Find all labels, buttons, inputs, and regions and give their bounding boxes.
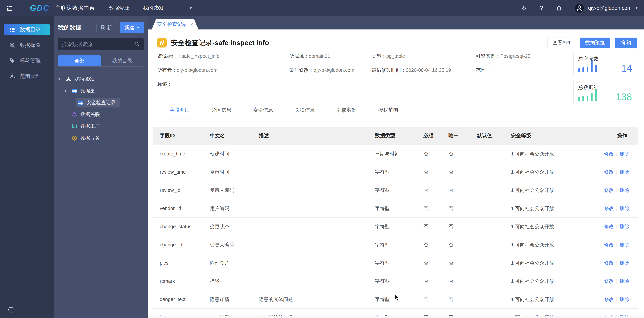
edit-button[interactable]: 编 辑: [615, 38, 637, 48]
delete-field-link[interactable]: 删除: [620, 278, 630, 284]
view-api-button[interactable]: 查看API: [547, 38, 576, 48]
scrollbar-track[interactable]: [148, 316, 644, 318]
bug-report-icon[interactable]: [520, 4, 528, 12]
cell-cn-name: 创建时间: [210, 150, 258, 157]
sidebar-item-catalog[interactable]: 数据目录: [4, 24, 50, 35]
edit-field-link[interactable]: 修改: [604, 188, 614, 193]
search-icon[interactable]: [134, 41, 140, 48]
tab-分区信息[interactable]: 分区信息: [208, 107, 234, 119]
cell-data-type: 字符型: [375, 242, 423, 248]
table-header-cell: 默认值: [476, 132, 511, 139]
toggle-all[interactable]: 全部: [58, 55, 101, 66]
cell-unique: 否: [448, 205, 476, 212]
table-row: review_id 复审人编码 字符型 否 否 1 可向社会公众开放 修改|删除: [153, 181, 638, 199]
delete-field-link[interactable]: 删除: [620, 188, 630, 193]
cell-cn-name: 复审时间: [210, 169, 258, 176]
meta-field: 最后修改：qiy-b@glodon.com: [289, 67, 372, 73]
cell-unique: 否: [448, 278, 476, 285]
user-email[interactable]: qiy-b@glodon.com: [588, 5, 632, 11]
table-header-cell: 中文名: [210, 132, 258, 139]
cell-security-level: 1 可向社会公众开放: [511, 242, 604, 248]
edit-field-link[interactable]: 修改: [604, 206, 614, 211]
table-row: remark 描述 字符型 否 否 1 可向社会公众开放 修改|删除: [153, 272, 638, 290]
cell-security-level: 1 可向社会公众开放: [511, 150, 604, 157]
edit-field-link[interactable]: 修改: [604, 242, 614, 247]
delete-field-link[interactable]: 删除: [620, 169, 630, 175]
relation-icon: [72, 112, 77, 117]
cell-cn-name: 隐患详情: [210, 296, 258, 303]
cell-data-type: 字符型: [375, 223, 423, 230]
notification-bell-icon[interactable]: [556, 4, 563, 12]
delete-field-link[interactable]: 删除: [620, 260, 630, 266]
tree-node[interactable]: 数据关联: [54, 109, 148, 120]
nav-data-resource[interactable]: 数据资源: [109, 5, 129, 12]
chevron-down-icon: ▼: [136, 26, 140, 30]
scope-toggle: 全部 我的目录: [58, 55, 144, 67]
user-avatar[interactable]: [574, 3, 584, 13]
collapse-sidebar-icon[interactable]: [7, 306, 14, 314]
cell-field-id: vendor_id: [153, 206, 210, 211]
close-icon[interactable]: ×: [190, 22, 193, 27]
cell-cn-name: 变更人编码: [210, 242, 258, 248]
cell-security-level: 1 可向社会公众开放: [511, 223, 604, 230]
sidebar-item-scope[interactable]: 范围管理: [4, 71, 50, 82]
toggle-my-catalog[interactable]: 我的目录: [101, 55, 144, 66]
metadata-section: 资源标识：safe_inspect_info 所属域：domain01 类型：p…: [157, 53, 547, 87]
delete-field-link[interactable]: 删除: [620, 242, 630, 247]
tree-node[interactable]: ▼ 数据集: [54, 85, 148, 97]
cell-field-id: change_id: [153, 242, 210, 248]
domain-selector[interactable]: 我的域01 ▼: [143, 5, 192, 12]
dataset-icon: [78, 100, 84, 106]
chevron-down-icon: ▼: [189, 6, 192, 10]
data-tree-panel: 我的数据 刷 新 新建 ▼ 全部 我的目录 ▼ 我的域01 ▼ 数据集: [54, 16, 148, 318]
product-name: 广联达数据中台: [55, 4, 95, 12]
factory-icon: [72, 123, 77, 129]
sitemap-icon: [66, 76, 71, 82]
cell-unique: 否: [448, 169, 476, 176]
delete-field-link[interactable]: 删除: [620, 151, 630, 156]
tab-关联信息[interactable]: 关联信息: [292, 107, 318, 119]
cell-data-type: 字符型: [375, 169, 423, 176]
tab-索引信息[interactable]: 索引信息: [250, 107, 276, 119]
sidebar-item-tag[interactable]: 标签管理: [4, 55, 50, 66]
cell-unique: 否: [448, 223, 476, 230]
table-header-cell: 描述: [258, 132, 375, 139]
cell-data-type: 日期与时刻: [375, 150, 423, 157]
caret-down-icon: ▼: [57, 77, 62, 81]
help-icon[interactable]: ?: [538, 4, 545, 12]
app-menu-icon[interactable]: [6, 4, 13, 12]
chevron-down-icon[interactable]: ▼: [635, 6, 638, 10]
search-input[interactable]: [62, 41, 134, 47]
delete-field-link[interactable]: 删除: [620, 206, 630, 211]
caret-down-icon: ▼: [63, 89, 68, 93]
edit-field-link[interactable]: 修改: [604, 169, 614, 175]
edit-field-link[interactable]: 修改: [604, 278, 614, 284]
cell-field-id: remark: [153, 278, 210, 284]
new-button[interactable]: 新建 ▼: [120, 22, 144, 33]
tree-node[interactable]: ▼ 我的域01: [54, 73, 148, 85]
document-tab[interactable]: 安全检查记录 ×: [152, 19, 198, 30]
tree-node[interactable]: 数据工厂: [54, 120, 148, 132]
tab-字段明细[interactable]: 字段明细: [167, 107, 192, 119]
tab-授权范围[interactable]: 授权范围: [375, 107, 401, 119]
table-header-cell: 操作: [604, 132, 638, 139]
edit-field-link[interactable]: 修改: [604, 224, 614, 229]
explore-icon: [9, 42, 16, 48]
sidebar-item-explore[interactable]: 数据探查: [4, 40, 50, 51]
cell-unique: 否: [448, 296, 476, 303]
cell-data-type: 字符型: [375, 187, 423, 194]
delete-field-link[interactable]: 删除: [620, 297, 630, 302]
tab-引擎实例[interactable]: 引擎实例: [334, 107, 359, 119]
cell-required: 否: [423, 150, 448, 157]
data-preview-button[interactable]: 数据预览: [580, 38, 610, 48]
tree-node[interactable]: 数据服务: [54, 132, 148, 144]
edit-field-link[interactable]: 修改: [604, 151, 614, 156]
delete-field-link[interactable]: 删除: [620, 224, 630, 229]
cell-required: 否: [423, 169, 448, 176]
dataset-icon: [72, 88, 77, 94]
edit-field-link[interactable]: 修改: [604, 260, 614, 266]
tree-node[interactable]: 安全检查记录: [54, 97, 148, 109]
edit-field-link[interactable]: 修改: [604, 297, 614, 302]
refresh-button[interactable]: 刷 新: [96, 22, 116, 33]
table-row: create_time 创建时间 日期与时刻 否 否 1 可向社会公众开放 修改…: [153, 145, 638, 163]
